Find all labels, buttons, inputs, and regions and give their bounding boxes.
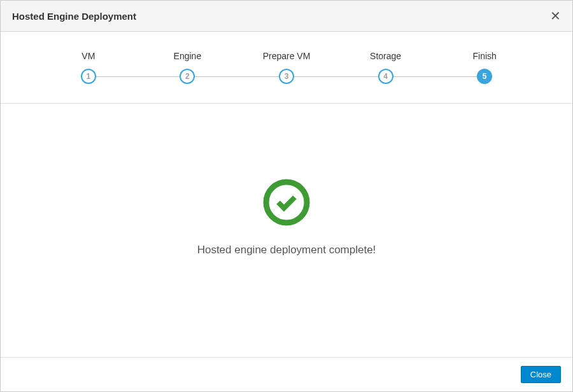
deployment-wizard-modal: Hosted Engine Deployment ✕ VM 1 Engine 2	[0, 0, 573, 392]
success-message: Hosted engine deployment complete!	[197, 244, 376, 256]
step-connector	[336, 76, 378, 77]
close-icon[interactable]: ✕	[550, 10, 561, 22]
step-connector	[294, 76, 336, 77]
step-label: Finish	[472, 51, 496, 61]
step-number-circle: 3	[279, 69, 294, 84]
step-connector	[195, 76, 237, 77]
step-connector	[435, 76, 477, 77]
step-number-circle: 4	[378, 69, 393, 84]
step-connector	[138, 76, 180, 77]
modal-content: Hosted engine deployment complete!	[1, 104, 572, 357]
step-label: VM	[81, 51, 95, 61]
step-number-circle: 5	[477, 69, 492, 84]
wizard-steps: VM 1 Engine 2 Prepare VM 3	[1, 32, 572, 104]
success-check-icon	[263, 179, 310, 228]
step-number-circle: 2	[180, 69, 195, 84]
wizard-step-storage: Storage 4	[336, 51, 435, 84]
step-label: Prepare VM	[263, 51, 311, 61]
step-connector	[237, 76, 279, 77]
step-number-circle: 1	[81, 69, 96, 84]
step-connector	[96, 76, 138, 77]
wizard-step-engine: Engine 2	[138, 51, 237, 84]
modal-header: Hosted Engine Deployment ✕	[1, 1, 572, 32]
modal-footer: Close	[1, 357, 572, 391]
wizard-step-finish: Finish 5	[435, 51, 534, 84]
steps-row: VM 1 Engine 2 Prepare VM 3	[39, 51, 534, 84]
step-connector	[393, 76, 435, 77]
close-button[interactable]: Close	[521, 366, 561, 383]
step-label: Engine	[174, 51, 202, 61]
step-label: Storage	[370, 51, 401, 61]
wizard-step-prepare-vm: Prepare VM 3	[237, 51, 336, 84]
modal-title: Hosted Engine Deployment	[12, 11, 136, 22]
wizard-step-vm: VM 1	[39, 51, 138, 84]
